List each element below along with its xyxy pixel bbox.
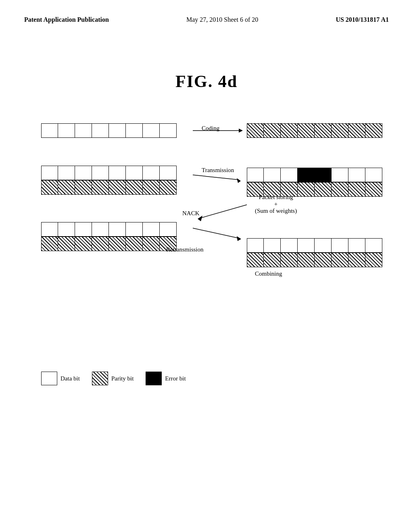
svg-marker-3 <box>237 178 241 183</box>
data-cell <box>298 238 315 253</box>
parity-cell <box>348 253 365 267</box>
parity-cell <box>315 123 332 138</box>
parity-cell <box>58 237 75 251</box>
publication-label: Patent Application Publication <box>24 16 109 23</box>
nack-label: NACK <box>182 210 200 217</box>
patent-number-label: US 2010/131817 A1 <box>336 16 389 23</box>
parity-cell <box>143 237 160 251</box>
parity-cell <box>332 182 348 197</box>
parity-cell <box>58 180 75 195</box>
packet-storing-label: Packet storing + (Sum of weights) <box>255 194 297 214</box>
data-cell <box>41 166 58 180</box>
parity-cell <box>109 237 126 251</box>
data-cell <box>92 123 109 138</box>
parity-bit-label: Parity bit <box>111 375 133 382</box>
parity-cell <box>75 180 92 195</box>
parity-cell <box>41 180 58 195</box>
data-cell <box>92 222 109 237</box>
block-parity-top <box>247 123 382 138</box>
header-left: Patent Application Publication <box>24 16 109 23</box>
error-cell <box>315 168 332 182</box>
data-cell <box>109 166 126 180</box>
data-cell <box>247 168 264 182</box>
block-received <box>247 168 382 197</box>
parity-cell <box>126 237 143 251</box>
fig-title-text: FIG. 4d <box>175 72 238 91</box>
data-cell <box>160 166 177 180</box>
parity-cell <box>315 253 332 267</box>
block-tx-left <box>41 166 177 195</box>
coding-label: Coding <box>202 125 219 132</box>
parity-cell <box>315 182 332 197</box>
data-cell <box>281 238 298 253</box>
tx-data-row <box>41 166 177 180</box>
data-cell <box>264 168 281 182</box>
figure-title: FIG. 4d <box>0 72 413 91</box>
svg-marker-7 <box>237 236 241 241</box>
header-right: US 2010/131817 A1 <box>336 16 389 23</box>
error-cell <box>298 168 315 182</box>
parity-cell <box>281 123 298 138</box>
legend-parity-cell <box>92 372 108 385</box>
parity-cell <box>92 237 109 251</box>
block-combined <box>247 238 382 267</box>
legend-parity-bit: Parity bit <box>92 372 133 385</box>
retransmission-label: Retransmission <box>166 246 204 253</box>
parity-cell <box>365 123 382 138</box>
legend-data-cell <box>41 372 57 385</box>
parity-cell <box>298 253 315 267</box>
data-row-top <box>41 123 177 138</box>
data-cell <box>75 222 92 237</box>
data-cell <box>315 238 332 253</box>
data-cell <box>143 222 160 237</box>
diagram-area: Coding <box>41 115 372 389</box>
parity-cell <box>264 253 281 267</box>
error-bit-label: Error bit <box>165 375 186 382</box>
parity-cell <box>109 180 126 195</box>
legend-error-cell <box>146 372 162 385</box>
retx-data-row <box>41 222 177 237</box>
parity-cell <box>247 123 264 138</box>
svg-line-4 <box>200 205 247 218</box>
legend-data-bit: Data bit <box>41 372 80 385</box>
combining-label: Combining <box>255 270 282 277</box>
block-retx-left <box>41 222 177 251</box>
data-cell <box>348 168 365 182</box>
combined-data-row <box>247 238 382 253</box>
data-cell <box>126 123 143 138</box>
data-cell <box>126 222 143 237</box>
parity-cell <box>126 180 143 195</box>
tx-parity-row <box>41 180 177 195</box>
parity-cell <box>332 123 348 138</box>
parity-cell <box>348 182 365 197</box>
parity-cell <box>281 253 298 267</box>
transmission-label: Transmission <box>202 167 234 174</box>
parity-cell <box>160 180 177 195</box>
parity-cell <box>365 253 382 267</box>
parity-cell <box>365 182 382 197</box>
data-cell <box>75 166 92 180</box>
received-data-row <box>247 168 382 182</box>
parity-cell <box>92 180 109 195</box>
parity-cell <box>298 182 315 197</box>
parity-cell <box>298 123 315 138</box>
parity-cell <box>143 180 160 195</box>
date-sheet-label: May 27, 2010 Sheet 6 of 20 <box>186 16 258 23</box>
data-cell <box>365 238 382 253</box>
block-data-top <box>41 123 177 138</box>
header-center: May 27, 2010 Sheet 6 of 20 <box>186 16 258 23</box>
data-cell <box>348 238 365 253</box>
data-cell <box>126 166 143 180</box>
parity-cell <box>348 123 365 138</box>
data-cell <box>332 238 348 253</box>
data-cell <box>160 123 177 138</box>
legend: Data bit Parity bit Error bit <box>41 372 186 385</box>
data-cell <box>109 123 126 138</box>
data-cell <box>92 166 109 180</box>
retx-parity-row <box>41 237 177 251</box>
data-cell <box>109 222 126 237</box>
data-cell <box>58 166 75 180</box>
data-cell <box>332 168 348 182</box>
data-cell <box>58 123 75 138</box>
data-cell <box>58 222 75 237</box>
